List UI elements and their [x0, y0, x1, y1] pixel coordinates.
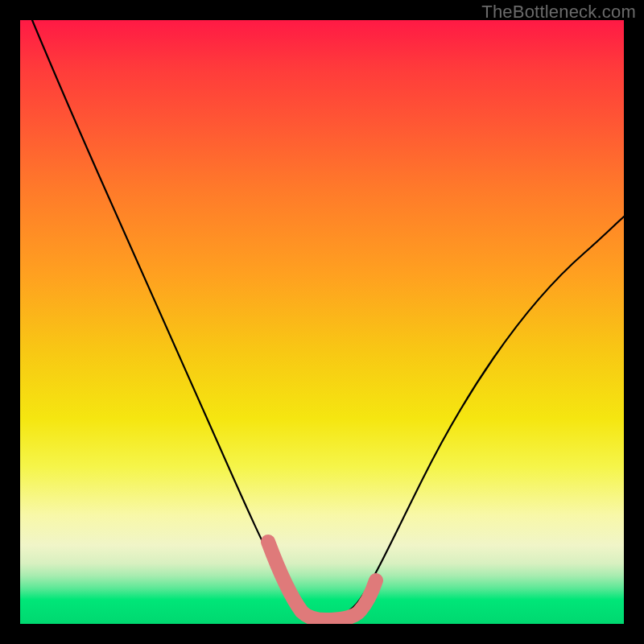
highlight-segment — [268, 542, 376, 620]
chart-plot — [20, 20, 624, 624]
watermark-text: TheBottleneck.com — [481, 2, 636, 23]
chart-frame: TheBottleneck.com — [0, 0, 644, 644]
curve-line — [32, 20, 624, 617]
